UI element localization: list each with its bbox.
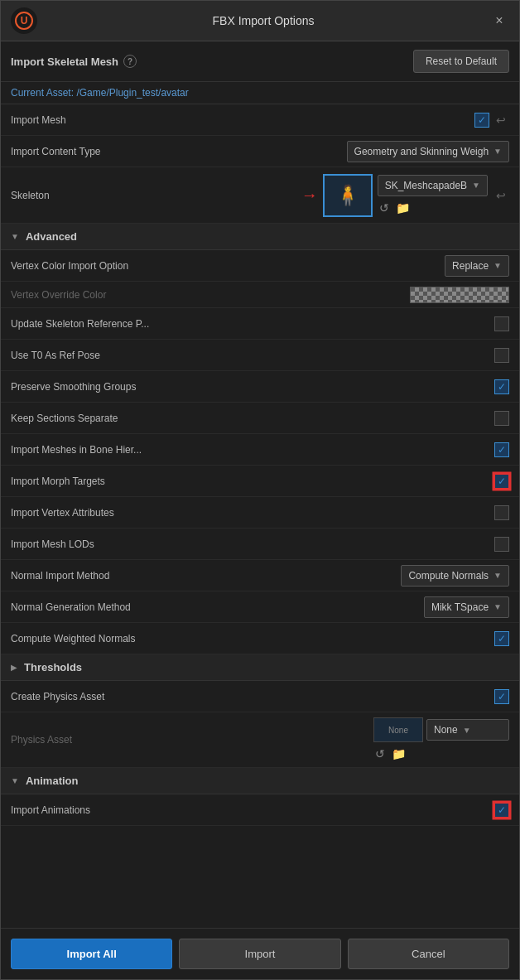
cancel-button[interactable]: Cancel bbox=[348, 939, 509, 969]
import-all-button[interactable]: Import All bbox=[11, 939, 172, 969]
update-skeleton-row: Update Skeleton Reference P... bbox=[1, 308, 519, 340]
normal-import-row: Normal Import Method Compute Normals ▼ bbox=[1, 560, 519, 591]
normal-generation-row: Normal Generation Method Mikk TSpace ▼ bbox=[1, 591, 519, 623]
import-content-type-dropdown[interactable]: Geometry and Skinning Weigh ▼ bbox=[347, 141, 509, 162]
use-t0-row: Use T0 As Ref Pose bbox=[1, 340, 519, 371]
create-physics-checkbox[interactable] bbox=[494, 689, 509, 704]
help-icon[interactable]: ? bbox=[123, 55, 137, 68]
reset-to-default-button[interactable]: Reset to Default bbox=[413, 50, 509, 73]
animation-section-header[interactable]: ▼ Animation bbox=[1, 768, 519, 794]
use-t0-label: Use T0 As Ref Pose bbox=[11, 350, 494, 361]
physics-folder-icon[interactable]: 📁 bbox=[390, 746, 407, 762]
skeleton-thumbnail: 🧍 bbox=[323, 174, 373, 217]
import-mesh-undo[interactable]: ↩ bbox=[493, 112, 509, 128]
create-physics-label: Create Physics Asset bbox=[11, 691, 494, 702]
import-mesh-label: Import Mesh bbox=[11, 114, 474, 126]
import-meshes-bone-checkbox[interactable] bbox=[494, 442, 509, 457]
import-mesh-row: Import Mesh ↩ bbox=[1, 104, 519, 136]
import-animations-checkbox[interactable] bbox=[494, 803, 509, 818]
physics-history-icon[interactable]: ↺ bbox=[373, 746, 387, 762]
thresholds-arrow-icon: ▶ bbox=[11, 663, 17, 672]
physics-asset-row: Physics Asset None None ▼ ↺ 📁 bbox=[1, 712, 519, 768]
skeleton-value: SK_MeshcapadeB bbox=[385, 180, 467, 191]
current-asset-path: /Game/Plugin_test/avatar bbox=[76, 87, 188, 99]
import-vertex-attributes-label: Import Vertex Attributes bbox=[11, 507, 494, 519]
preserve-smoothing-row: Preserve Smoothing Groups bbox=[1, 371, 519, 403]
advanced-section-label: Advanced bbox=[26, 230, 77, 243]
import-morph-label: Import Morph Targets bbox=[11, 476, 494, 487]
current-asset-label: Current Asset: bbox=[11, 87, 74, 99]
bottom-buttons: Import All Import Cancel bbox=[1, 928, 519, 979]
close-button[interactable]: × bbox=[489, 11, 509, 31]
physics-dropdown-arrow: ▼ bbox=[463, 726, 471, 735]
import-animations-row: Import Animations bbox=[1, 794, 519, 826]
skeleton-folder-icon[interactable]: 📁 bbox=[394, 200, 412, 216]
dialog-title: FBX Import Options bbox=[46, 14, 481, 27]
normal-import-label: Normal Import Method bbox=[11, 570, 401, 582]
physics-none-label: None bbox=[388, 726, 408, 735]
subheader: Import Skeletal Mesh ? Reset to Default bbox=[1, 41, 519, 82]
skeleton-dropdown-arrow: ▼ bbox=[472, 181, 480, 190]
vertex-override-row: Vertex Override Color bbox=[1, 282, 519, 308]
vertex-color-dropdown[interactable]: Replace ▼ bbox=[445, 255, 509, 277]
vertex-override-label: Vertex Override Color bbox=[11, 289, 410, 301]
skeleton-label: Skeleton bbox=[11, 190, 295, 201]
import-content-type-label: Import Content Type bbox=[11, 146, 347, 157]
advanced-section-header[interactable]: ▼ Advanced bbox=[1, 224, 519, 250]
options-content: Import Mesh ↩ Import Content Type Geomet… bbox=[1, 104, 519, 928]
normal-import-value: Compute Normals bbox=[408, 570, 489, 582]
advanced-arrow-icon: ▼ bbox=[11, 232, 19, 241]
svg-text:U: U bbox=[21, 15, 28, 27]
preserve-smoothing-label: Preserve Smoothing Groups bbox=[11, 381, 494, 393]
use-t0-checkbox[interactable] bbox=[494, 348, 509, 363]
thresholds-section-header[interactable]: ▶ Thresholds bbox=[1, 654, 519, 681]
import-animations-label: Import Animations bbox=[11, 804, 494, 816]
thresholds-section-label: Thresholds bbox=[24, 661, 82, 673]
skeleton-arrow-indicator: → bbox=[301, 186, 318, 205]
animation-arrow-icon: ▼ bbox=[11, 776, 19, 785]
import-content-type-control: Geometry and Skinning Weigh ▼ bbox=[347, 141, 509, 162]
vertex-color-arrow: ▼ bbox=[494, 261, 502, 270]
import-morph-checkbox[interactable] bbox=[494, 474, 509, 489]
import-mesh-lods-label: Import Mesh LODs bbox=[11, 538, 494, 550]
import-meshes-bone-row: Import Meshes in Bone Hier... bbox=[1, 434, 519, 466]
vertex-override-color-preview[interactable] bbox=[410, 287, 509, 303]
physics-none-thumbnail: None bbox=[373, 717, 423, 742]
import-mesh-lods-checkbox[interactable] bbox=[494, 537, 509, 552]
normal-generation-value: Mikk TSpace bbox=[431, 601, 489, 613]
compute-weighted-checkbox[interactable] bbox=[494, 631, 509, 646]
import-content-type-value: Geometry and Skinning Weigh bbox=[354, 146, 489, 157]
dropdown-arrow: ▼ bbox=[494, 147, 502, 156]
import-mesh-lods-row: Import Mesh LODs bbox=[1, 529, 519, 560]
normal-import-arrow: ▼ bbox=[494, 571, 502, 580]
import-meshes-bone-label: Import Meshes in Bone Hier... bbox=[11, 444, 494, 456]
compute-weighted-label: Compute Weighted Normals bbox=[11, 633, 494, 644]
update-skeleton-checkbox[interactable] bbox=[494, 316, 509, 331]
import-mesh-control: ↩ bbox=[474, 112, 509, 128]
import-vertex-attributes-checkbox[interactable] bbox=[494, 505, 509, 520]
physics-none-dropdown-value: None bbox=[434, 724, 458, 736]
create-physics-row: Create Physics Asset bbox=[1, 681, 519, 712]
skeleton-undo[interactable]: ↩ bbox=[493, 187, 509, 204]
import-skeletal-mesh-label: Import Skeletal Mesh bbox=[11, 56, 118, 68]
normal-generation-arrow: ▼ bbox=[494, 602, 502, 611]
skeleton-history-icon[interactable]: ↺ bbox=[378, 200, 391, 216]
keep-sections-checkbox[interactable] bbox=[494, 411, 509, 426]
update-skeleton-label: Update Skeleton Reference P... bbox=[11, 318, 494, 330]
fbx-import-dialog: U FBX Import Options × Import Skeletal M… bbox=[0, 0, 520, 980]
import-content-type-row: Import Content Type Geometry and Skinnin… bbox=[1, 136, 519, 167]
import-button[interactable]: Import bbox=[179, 939, 340, 969]
skeleton-dropdown[interactable]: SK_MeshcapadeB ▼ bbox=[378, 175, 488, 196]
import-morph-row: Import Morph Targets bbox=[1, 466, 519, 497]
normal-generation-dropdown[interactable]: Mikk TSpace ▼ bbox=[424, 596, 509, 618]
physics-asset-dropdown[interactable]: None ▼ bbox=[426, 719, 509, 741]
compute-weighted-row: Compute Weighted Normals bbox=[1, 623, 519, 654]
vertex-color-label: Vertex Color Import Option bbox=[11, 260, 445, 272]
import-mesh-checkbox[interactable] bbox=[474, 113, 489, 128]
vertex-color-value: Replace bbox=[452, 260, 489, 272]
title-bar: U FBX Import Options × bbox=[1, 1, 519, 41]
app-logo: U bbox=[11, 7, 37, 34]
preserve-smoothing-checkbox[interactable] bbox=[494, 379, 509, 394]
animation-section-label: Animation bbox=[26, 775, 79, 787]
normal-import-dropdown[interactable]: Compute Normals ▼ bbox=[401, 565, 509, 587]
